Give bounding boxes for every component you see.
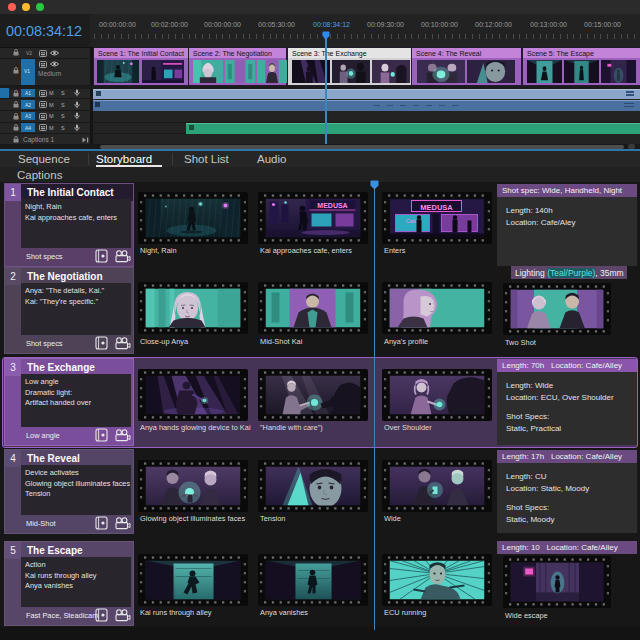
svg-text:MEDUSA: MEDUSA xyxy=(317,202,347,209)
svg-text:MEDUSA: MEDUSA xyxy=(420,203,453,212)
svg-text:Cafe: Cafe xyxy=(406,218,418,224)
